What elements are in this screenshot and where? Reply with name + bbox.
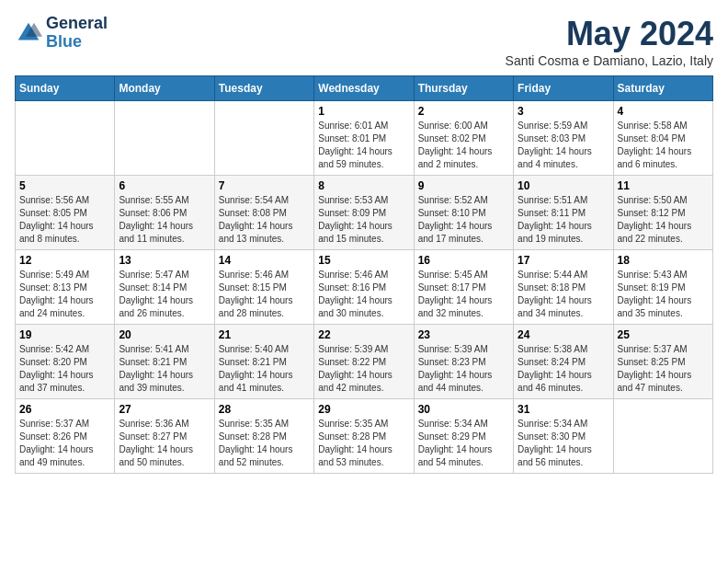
day-info: Sunrise: 5:35 AM Sunset: 8:28 PM Dayligh… [318, 418, 409, 469]
calendar-cell: 11Sunrise: 5:50 AM Sunset: 8:12 PM Dayli… [613, 176, 712, 250]
calendar-cell [115, 101, 214, 176]
day-info: Sunrise: 5:45 AM Sunset: 8:17 PM Dayligh… [418, 269, 509, 320]
calendar-cell: 10Sunrise: 5:51 AM Sunset: 8:11 PM Dayli… [514, 176, 613, 250]
day-number: 5 [19, 179, 110, 192]
day-number: 28 [219, 403, 310, 416]
weekday-wednesday: Wednesday [314, 76, 414, 101]
calendar-cell: 27Sunrise: 5:36 AM Sunset: 8:27 PM Dayli… [115, 399, 214, 474]
calendar-cell: 2Sunrise: 6:00 AM Sunset: 8:02 PM Daylig… [414, 101, 513, 176]
day-number: 4 [618, 105, 709, 118]
day-info: Sunrise: 5:50 AM Sunset: 8:12 PM Dayligh… [618, 194, 709, 246]
day-number: 20 [119, 328, 210, 341]
calendar-cell [16, 101, 115, 176]
day-number: 29 [318, 403, 409, 416]
day-info: Sunrise: 5:35 AM Sunset: 8:28 PM Dayligh… [219, 418, 310, 469]
logo: General Blue [15, 15, 108, 52]
day-number: 11 [618, 179, 709, 192]
day-info: Sunrise: 5:46 AM Sunset: 8:15 PM Dayligh… [219, 269, 310, 320]
day-number: 17 [518, 254, 609, 267]
weekday-thursday: Thursday [414, 76, 513, 101]
page-header: General Blue May 2024 Santi Cosma e Dami… [15, 15, 713, 68]
day-info: Sunrise: 5:53 AM Sunset: 8:09 PM Dayligh… [318, 194, 409, 246]
calendar-cell: 19Sunrise: 5:42 AM Sunset: 8:20 PM Dayli… [16, 325, 115, 399]
calendar-cell: 15Sunrise: 5:46 AM Sunset: 8:16 PM Dayli… [314, 250, 414, 325]
day-number: 16 [418, 254, 509, 267]
day-number: 2 [418, 105, 509, 118]
day-info: Sunrise: 5:40 AM Sunset: 8:21 PM Dayligh… [219, 343, 310, 395]
weekday-friday: Friday [514, 76, 613, 101]
day-number: 19 [19, 328, 110, 341]
day-info: Sunrise: 6:00 AM Sunset: 8:02 PM Dayligh… [418, 120, 509, 171]
day-number: 27 [119, 403, 210, 416]
calendar-cell: 14Sunrise: 5:46 AM Sunset: 8:15 PM Dayli… [214, 250, 313, 325]
calendar-cell: 3Sunrise: 5:59 AM Sunset: 8:03 PM Daylig… [514, 101, 613, 176]
logo-icon [15, 19, 42, 47]
day-number: 31 [518, 403, 609, 416]
day-info: Sunrise: 5:52 AM Sunset: 8:10 PM Dayligh… [418, 194, 509, 246]
day-number: 13 [119, 254, 210, 267]
calendar-cell: 17Sunrise: 5:44 AM Sunset: 8:18 PM Dayli… [514, 250, 613, 325]
calendar-week-5: 26Sunrise: 5:37 AM Sunset: 8:26 PM Dayli… [16, 399, 713, 474]
calendar-cell [613, 399, 712, 474]
calendar-table: SundayMondayTuesdayWednesdayThursdayFrid… [15, 75, 713, 474]
calendar-cell: 9Sunrise: 5:52 AM Sunset: 8:10 PM Daylig… [414, 176, 513, 250]
calendar-cell: 25Sunrise: 5:37 AM Sunset: 8:25 PM Dayli… [613, 325, 712, 399]
day-info: Sunrise: 5:56 AM Sunset: 8:05 PM Dayligh… [19, 194, 110, 246]
day-number: 8 [318, 179, 409, 192]
calendar-cell: 20Sunrise: 5:41 AM Sunset: 8:21 PM Dayli… [115, 325, 214, 399]
day-number: 9 [418, 179, 509, 192]
calendar-cell: 21Sunrise: 5:40 AM Sunset: 8:21 PM Dayli… [214, 325, 313, 399]
weekday-tuesday: Tuesday [214, 76, 313, 101]
day-number: 14 [219, 254, 310, 267]
day-info: Sunrise: 5:44 AM Sunset: 8:18 PM Dayligh… [518, 269, 609, 320]
day-number: 22 [318, 328, 409, 341]
weekday-sunday: Sunday [16, 76, 115, 101]
calendar-week-3: 12Sunrise: 5:49 AM Sunset: 8:13 PM Dayli… [16, 250, 713, 325]
day-info: Sunrise: 5:54 AM Sunset: 8:08 PM Dayligh… [219, 194, 310, 246]
day-info: Sunrise: 5:38 AM Sunset: 8:24 PM Dayligh… [518, 343, 609, 395]
day-info: Sunrise: 5:34 AM Sunset: 8:30 PM Dayligh… [518, 418, 609, 469]
calendar-cell: 22Sunrise: 5:39 AM Sunset: 8:22 PM Dayli… [314, 325, 414, 399]
day-info: Sunrise: 5:39 AM Sunset: 8:23 PM Dayligh… [418, 343, 509, 395]
day-info: Sunrise: 5:34 AM Sunset: 8:29 PM Dayligh… [418, 418, 509, 469]
calendar-cell: 28Sunrise: 5:35 AM Sunset: 8:28 PM Dayli… [214, 399, 313, 474]
calendar-cell: 23Sunrise: 5:39 AM Sunset: 8:23 PM Dayli… [414, 325, 513, 399]
calendar-cell: 8Sunrise: 5:53 AM Sunset: 8:09 PM Daylig… [314, 176, 414, 250]
day-info: Sunrise: 5:41 AM Sunset: 8:21 PM Dayligh… [119, 343, 210, 395]
day-number: 6 [119, 179, 210, 192]
month-title: May 2024 [506, 15, 713, 53]
calendar-week-4: 19Sunrise: 5:42 AM Sunset: 8:20 PM Dayli… [16, 325, 713, 399]
calendar-cell: 29Sunrise: 5:35 AM Sunset: 8:28 PM Dayli… [314, 399, 414, 474]
calendar-cell: 31Sunrise: 5:34 AM Sunset: 8:30 PM Dayli… [514, 399, 613, 474]
logo-text: General Blue [46, 15, 108, 52]
calendar-week-2: 5Sunrise: 5:56 AM Sunset: 8:05 PM Daylig… [16, 176, 713, 250]
calendar-cell: 13Sunrise: 5:47 AM Sunset: 8:14 PM Dayli… [115, 250, 214, 325]
calendar-cell: 7Sunrise: 5:54 AM Sunset: 8:08 PM Daylig… [214, 176, 313, 250]
day-info: Sunrise: 5:51 AM Sunset: 8:11 PM Dayligh… [518, 194, 609, 246]
day-info: Sunrise: 5:47 AM Sunset: 8:14 PM Dayligh… [119, 269, 210, 320]
day-number: 12 [19, 254, 110, 267]
calendar-cell: 6Sunrise: 5:55 AM Sunset: 8:06 PM Daylig… [115, 176, 214, 250]
calendar-cell: 16Sunrise: 5:45 AM Sunset: 8:17 PM Dayli… [414, 250, 513, 325]
day-number: 15 [318, 254, 409, 267]
day-info: Sunrise: 5:42 AM Sunset: 8:20 PM Dayligh… [19, 343, 110, 395]
location-subtitle: Santi Cosma e Damiano, Lazio, Italy [506, 53, 713, 68]
day-number: 3 [518, 105, 609, 118]
day-info: Sunrise: 5:37 AM Sunset: 8:26 PM Dayligh… [19, 418, 110, 469]
calendar-cell [214, 101, 313, 176]
day-number: 10 [518, 179, 609, 192]
calendar-cell: 30Sunrise: 5:34 AM Sunset: 8:29 PM Dayli… [414, 399, 513, 474]
day-number: 7 [219, 179, 310, 192]
day-info: Sunrise: 5:36 AM Sunset: 8:27 PM Dayligh… [119, 418, 210, 469]
day-info: Sunrise: 5:55 AM Sunset: 8:06 PM Dayligh… [119, 194, 210, 246]
day-info: Sunrise: 5:59 AM Sunset: 8:03 PM Dayligh… [518, 120, 609, 171]
day-number: 21 [219, 328, 310, 341]
day-number: 25 [618, 328, 709, 341]
weekday-monday: Monday [115, 76, 214, 101]
calendar-cell: 5Sunrise: 5:56 AM Sunset: 8:05 PM Daylig… [16, 176, 115, 250]
day-number: 18 [618, 254, 709, 267]
calendar-week-1: 1Sunrise: 6:01 AM Sunset: 8:01 PM Daylig… [16, 101, 713, 176]
day-number: 23 [418, 328, 509, 341]
day-info: Sunrise: 5:49 AM Sunset: 8:13 PM Dayligh… [19, 269, 110, 320]
day-info: Sunrise: 5:37 AM Sunset: 8:25 PM Dayligh… [618, 343, 709, 395]
